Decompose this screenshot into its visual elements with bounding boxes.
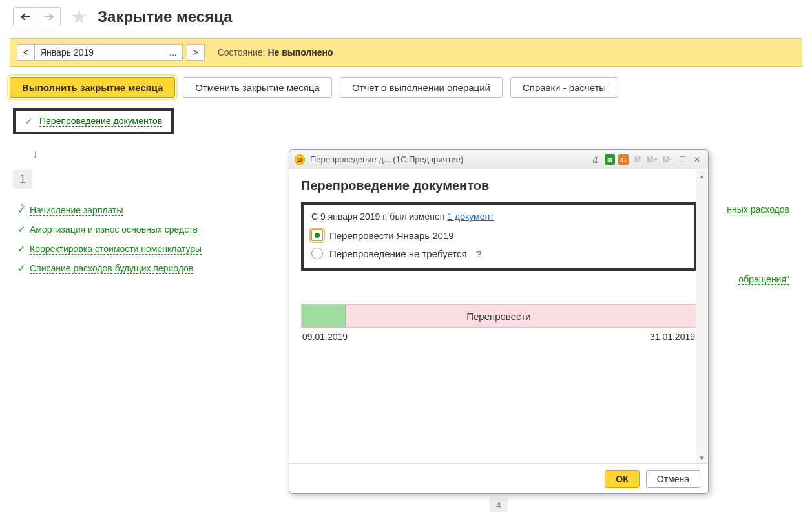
radio-unselected-icon[interactable] xyxy=(311,248,323,259)
changed-document-link[interactable]: 1 документ xyxy=(447,211,494,222)
scroll-down-icon[interactable]: ▼ xyxy=(696,452,707,463)
print-icon[interactable]: 🖨 xyxy=(590,154,601,165)
dialog-footer: ОК Отмена xyxy=(289,463,708,493)
dialog-info-prefix: С 9 января 2019 г. был изменен xyxy=(311,211,447,222)
progress-dates: 09.01.2019 31.01.2019 xyxy=(301,332,696,342)
dialog-toolbar: 🖨 ▦ 31 M M+ M- ☐ ✕ xyxy=(590,154,703,165)
op-amortization-link[interactable]: Амортизация и износ основных средств xyxy=(30,224,198,235)
radio-skip-row[interactable]: Перепроведение не требуется ? xyxy=(311,248,686,259)
period-prev-button[interactable]: < xyxy=(17,44,35,61)
reprocess-documents-highlight: ✓ Перепроведение документов xyxy=(13,108,174,134)
op-future-expenses-link[interactable]: Списание расходов будущих периодов xyxy=(30,263,193,274)
state-value: Не выполнено xyxy=(267,47,333,58)
m-minus-icon[interactable]: M- xyxy=(661,154,673,165)
dialog-choice-box: С 9 января 2019 г. был изменен 1 докумен… xyxy=(301,202,696,271)
radio-selected-icon[interactable] xyxy=(311,229,323,241)
operations-report-button[interactable]: Отчет о выполнении операций xyxy=(340,77,503,98)
dialog-info-text: С 9 января 2019 г. был изменен 1 докумен… xyxy=(311,211,686,222)
help-icon[interactable]: ? xyxy=(476,248,482,259)
check-edit-icon: ✓✎ xyxy=(13,204,30,216)
references-calc-button[interactable]: Справки - расчеты xyxy=(510,77,618,98)
check-icon: ✓ xyxy=(13,224,30,235)
progress-bar: Перепровести xyxy=(301,304,696,328)
radio-repost-row[interactable]: Перепровести Январь 2019 xyxy=(311,229,686,241)
radio-repost-label: Перепровести Январь 2019 xyxy=(329,230,454,241)
dialog-body: Перепроведение документов С 9 января 201… xyxy=(289,169,708,463)
scroll-up-icon[interactable]: ▲ xyxy=(696,170,707,182)
state-label: Состояние: xyxy=(218,47,265,58)
calendar-orange-icon[interactable]: 31 xyxy=(618,154,629,165)
header-row: ★ Закрытие месяца xyxy=(0,0,812,36)
logo-1c-icon: 1c xyxy=(295,154,305,165)
dialog-titlebar: 1c Перепроведение д... (1С:Предприятие) … xyxy=(289,150,708,169)
run-close-month-button[interactable]: Выполнить закрытие месяца xyxy=(10,77,175,98)
dialog-heading: Перепроведение документов xyxy=(301,178,696,193)
m-plus-icon[interactable]: M+ xyxy=(647,154,658,165)
cancel-close-month-button[interactable]: Отменить закрытие месяца xyxy=(183,77,332,98)
period-picker-button[interactable]: ... xyxy=(164,44,183,61)
arrow-left-icon xyxy=(20,13,30,21)
action-row: Выполнить закрытие месяца Отменить закры… xyxy=(0,69,812,105)
op-salary-link[interactable]: Начисление зарплаты xyxy=(30,205,123,216)
dialog-scrollbar[interactable]: ▲ ▼ xyxy=(696,170,707,463)
m-icon[interactable]: M xyxy=(632,154,643,165)
check-icon: ✓ xyxy=(13,243,30,255)
section-number-1: 1 xyxy=(13,170,32,189)
reprocess-dialog: 1c Перепроведение д... (1С:Предприятие) … xyxy=(289,149,709,494)
op-partial-expenses[interactable]: нных расходов xyxy=(727,204,789,215)
nav-forward-button[interactable] xyxy=(37,8,60,26)
maximize-icon[interactable]: ☐ xyxy=(676,154,688,165)
progress-bar-label: Перепровести xyxy=(302,311,696,322)
arrow-right-icon xyxy=(44,13,54,21)
radio-skip-label: Перепроведение не требуется xyxy=(329,248,467,259)
calendar-green-icon[interactable]: ▦ xyxy=(605,154,615,165)
dialog-title-text: Перепроведение д... (1С:Предприятие) xyxy=(310,154,590,164)
period-input[interactable]: Январь 2019 xyxy=(35,44,164,61)
close-icon[interactable]: ✕ xyxy=(691,154,703,165)
op-partial-turnover[interactable]: обращения" xyxy=(738,274,789,285)
period-next-button[interactable]: > xyxy=(187,44,205,61)
progress-date-to: 31.01.2019 xyxy=(650,332,695,342)
progress-date-from: 09.01.2019 xyxy=(302,332,348,342)
nav-back-button[interactable] xyxy=(14,8,37,26)
ok-button[interactable]: ОК xyxy=(605,470,639,488)
section-number-4: 4 xyxy=(490,498,508,512)
period-bar: < Январь 2019 ... > Состояние: Не выполн… xyxy=(10,38,802,67)
nav-group xyxy=(13,7,61,26)
progress-section: Перепровести 09.01.2019 31.01.2019 xyxy=(301,304,696,342)
favorite-star-icon[interactable]: ★ xyxy=(70,5,88,28)
page-title: Закрытие месяца xyxy=(98,8,233,26)
cancel-button[interactable]: Отмена xyxy=(646,470,700,488)
reprocess-documents-link[interactable]: Перепроведение документов xyxy=(39,116,162,127)
check-icon: ✓ xyxy=(25,115,33,127)
op-cost-correction-link[interactable]: Корректировка стоимости номенклатуры xyxy=(30,244,202,255)
check-icon: ✓ xyxy=(13,262,30,274)
